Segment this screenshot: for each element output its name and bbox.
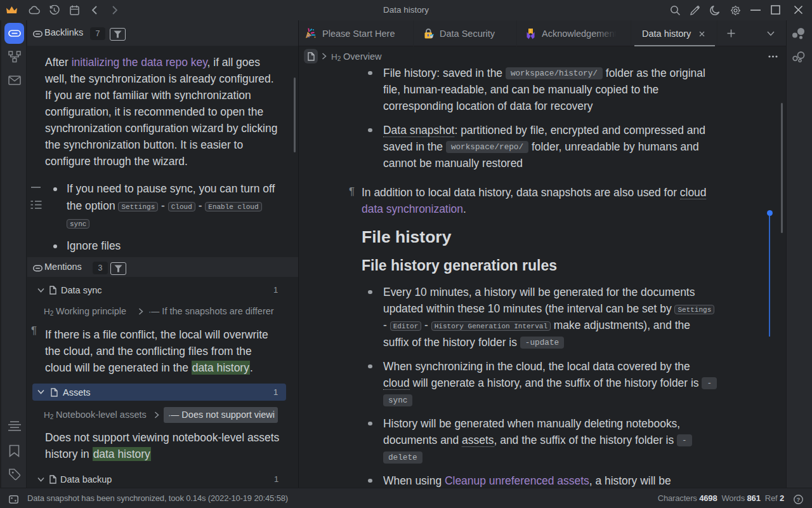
svg-text:?: ?: [797, 496, 801, 503]
